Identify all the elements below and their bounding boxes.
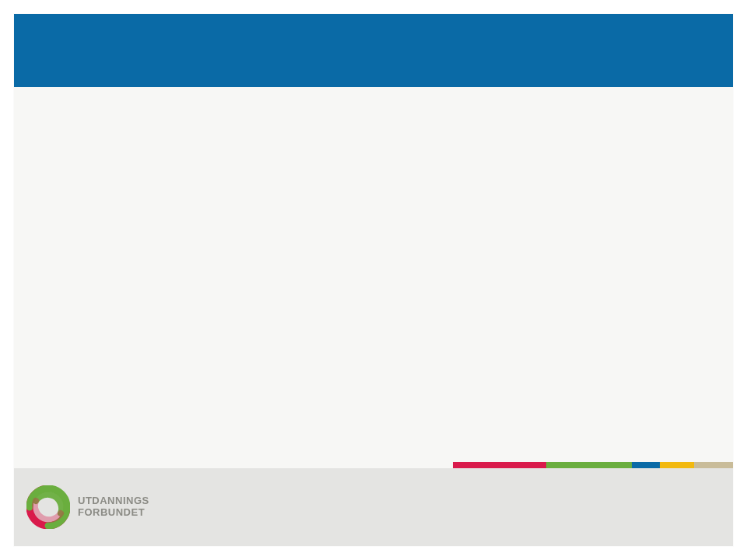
accent-stripe (453, 462, 733, 468)
stripe-segment (546, 462, 632, 468)
content-area (14, 87, 733, 468)
header-bar (14, 14, 733, 87)
brand-name: UTDANNINGS FORBUNDET (78, 495, 149, 519)
stripe-segment (632, 462, 660, 468)
stripe-segment (660, 462, 694, 468)
logo-swirl-icon (26, 485, 70, 529)
brand-name-line1: UTDANNINGS (78, 495, 149, 507)
stripe-segment (453, 462, 546, 468)
brand-name-line2: FORBUNDET (78, 507, 149, 519)
brand-logo: UTDANNINGS FORBUNDET (26, 485, 149, 529)
footer-bar: UTDANNINGS FORBUNDET (14, 468, 733, 546)
slide: UTDANNINGS FORBUNDET (14, 14, 733, 546)
stripe-segment (694, 462, 733, 468)
